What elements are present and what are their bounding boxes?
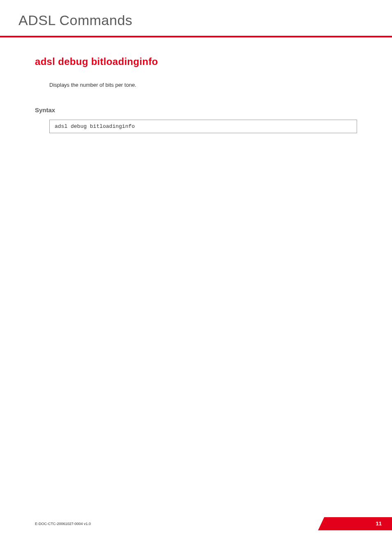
syntax-heading: Syntax [35,106,357,113]
page-number: 11 [376,520,382,527]
page-number-badge: 11 [318,517,357,530]
command-description: Displays the number of bits per tone. [49,82,357,88]
document-reference: E-DOC-CTC-20061027-0004 v1.0 [18,522,91,526]
page-footer: E-DOC-CTC-20061027-0004 v1.0 11 [18,517,357,530]
chapter-title: ADSL Commands [18,12,357,28]
command-title: adsl debug bitloadinginfo [35,56,357,67]
syntax-code-block: adsl debug bitloadinginfo [49,120,357,133]
content-area: adsl debug bitloadinginfo Displays the n… [18,56,357,517]
divider [0,36,392,37]
